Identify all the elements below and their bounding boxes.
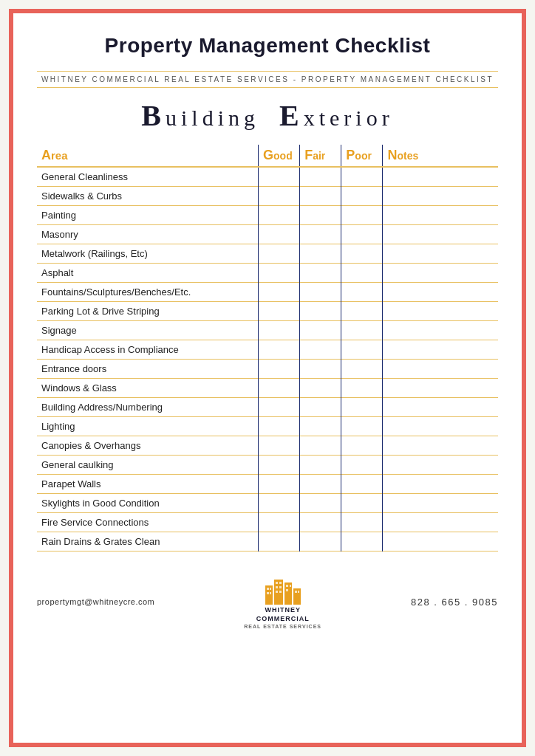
row-poor — [341, 283, 383, 302]
row-fair — [300, 513, 341, 532]
row-poor — [341, 321, 383, 340]
row-fair — [300, 456, 341, 475]
row-poor — [341, 167, 383, 187]
row-area: Entrance doors — [37, 360, 259, 379]
row-area: Parking Lot & Drive Striping — [37, 302, 259, 321]
row-notes — [383, 360, 498, 379]
row-area: Parapet Walls — [37, 475, 259, 494]
svg-rect-13 — [279, 591, 282, 593]
row-area: General caulking — [37, 456, 259, 475]
logo-text: WHITNEY COMMERCIAL REAL ESTATE SERVICES — [244, 606, 321, 630]
row-good — [259, 244, 300, 264]
section-title: Building Exterior — [37, 98, 498, 133]
row-poor — [341, 264, 383, 283]
footer-email: propertymgt@whitneycre.com — [37, 597, 154, 606]
row-good — [259, 225, 300, 244]
svg-rect-11 — [279, 586, 282, 588]
table-row: General Cleanliness — [37, 167, 498, 187]
row-poor — [341, 244, 383, 264]
checklist-table: Area Good Fair Poor Notes General Cleanl… — [37, 145, 498, 551]
table-row: Lighting — [37, 417, 498, 436]
row-notes — [383, 206, 498, 225]
row-fair — [300, 225, 341, 244]
table-row: Signage — [37, 321, 498, 340]
row-good — [259, 167, 300, 187]
table-row: Fire Service Connections — [37, 513, 498, 532]
row-poor — [341, 494, 383, 513]
svg-rect-14 — [286, 585, 288, 587]
table-row: Sidewalks & Curbs — [37, 187, 498, 206]
row-good — [259, 436, 300, 456]
row-fair — [300, 360, 341, 379]
page-title: Property Management Checklist — [37, 34, 498, 58]
row-good — [259, 398, 300, 417]
row-notes — [383, 340, 498, 360]
row-good — [259, 417, 300, 436]
row-poor — [341, 379, 383, 398]
row-fair — [300, 167, 341, 187]
row-good — [259, 532, 300, 551]
row-area: General Cleanliness — [37, 167, 259, 187]
row-notes — [383, 379, 498, 398]
row-good — [259, 513, 300, 532]
svg-rect-9 — [279, 582, 282, 584]
row-area: Signage — [37, 321, 259, 340]
row-notes — [383, 398, 498, 417]
svg-rect-5 — [270, 588, 271, 590]
row-good — [259, 187, 300, 206]
row-notes — [383, 494, 498, 513]
row-fair — [300, 264, 341, 283]
row-area: Handicap Access in Compliance — [37, 340, 259, 360]
table-row: Fountains/Sculptures/Benches/Etc. — [37, 283, 498, 302]
footer-phone: 828 . 665 . 9085 — [411, 597, 498, 608]
section-title-uilding: uilding — [166, 106, 259, 130]
row-notes — [383, 513, 498, 532]
row-notes — [383, 244, 498, 264]
row-good — [259, 302, 300, 321]
row-area: Rain Drains & Grates Clean — [37, 532, 259, 551]
row-fair — [300, 283, 341, 302]
row-good — [259, 360, 300, 379]
row-notes — [383, 167, 498, 187]
svg-rect-17 — [295, 591, 297, 593]
row-poor — [341, 417, 383, 436]
table-row: Building Address/Numbering — [37, 398, 498, 417]
header-fair: Fair — [300, 145, 341, 167]
row-poor — [341, 532, 383, 551]
svg-rect-6 — [267, 592, 269, 594]
row-fair — [300, 302, 341, 321]
row-area: Canopies & Overhangs — [37, 436, 259, 456]
row-fair — [300, 379, 341, 398]
row-notes — [383, 321, 498, 340]
row-area: Sidewalks & Curbs — [37, 187, 259, 206]
row-poor — [341, 225, 383, 244]
table-row: Windows & Glass — [37, 379, 498, 398]
row-fair — [300, 494, 341, 513]
row-poor — [341, 456, 383, 475]
table-row: Metalwork (Railings, Etc) — [37, 244, 498, 264]
row-area: Windows & Glass — [37, 379, 259, 398]
row-area: Fountains/Sculptures/Benches/Etc. — [37, 283, 259, 302]
row-area: Fire Service Connections — [37, 513, 259, 532]
row-poor — [341, 302, 383, 321]
row-poor — [341, 187, 383, 206]
row-fair — [300, 398, 341, 417]
svg-rect-1 — [274, 580, 283, 605]
row-fair — [300, 321, 341, 340]
row-area: Lighting — [37, 417, 259, 436]
header-notes: Notes — [383, 145, 498, 167]
row-area: Painting — [37, 206, 259, 225]
row-good — [259, 475, 300, 494]
table-row: Entrance doors — [37, 360, 498, 379]
header-good: Good — [259, 145, 300, 167]
row-notes — [383, 532, 498, 551]
row-fair — [300, 244, 341, 264]
table-row: Handicap Access in Compliance — [37, 340, 498, 360]
row-notes — [383, 187, 498, 206]
subtitle-bar: Whitney Commercial Real Estate Services … — [37, 71, 498, 88]
table-row: Rain Drains & Grates Clean — [37, 532, 498, 551]
row-notes — [383, 225, 498, 244]
table-row: Masonry — [37, 225, 498, 244]
table-row: Asphalt — [37, 264, 498, 283]
row-fair — [300, 187, 341, 206]
